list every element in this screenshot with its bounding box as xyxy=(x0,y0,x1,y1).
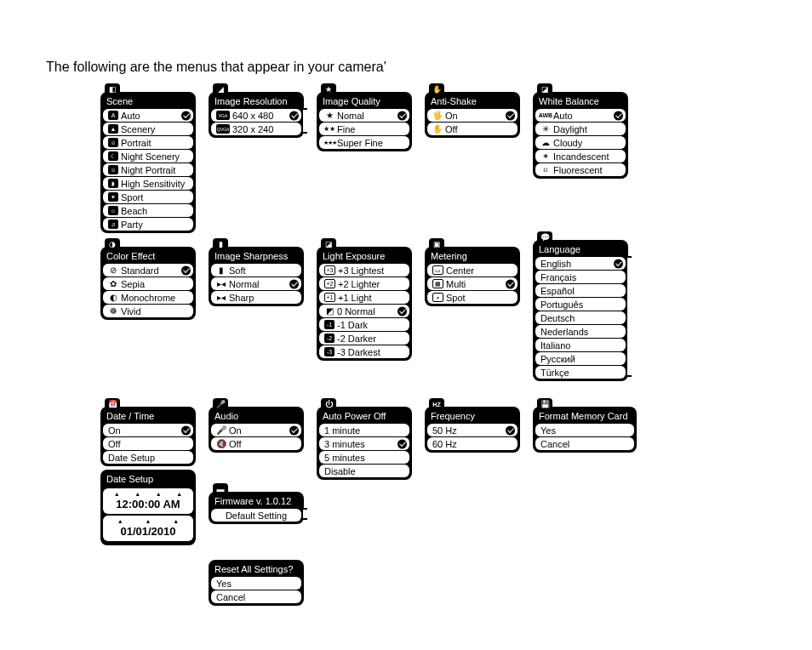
quality-panel: ★ Image Quality ★Nomal ★★Fine ★★★Super F… xyxy=(317,92,412,151)
scene-option[interactable]: ☼Beach xyxy=(103,204,193,217)
hand-off-icon: ✋ xyxy=(432,124,443,134)
language-option[interactable]: English xyxy=(535,257,626,270)
language-option[interactable]: Français xyxy=(535,271,626,283)
metering-panel: ▣ Metering ▭Center ▦Multi •Spot xyxy=(425,247,520,306)
sharpness-option[interactable]: ▮Soft xyxy=(211,264,301,277)
scene-option[interactable]: AAuto xyxy=(103,109,193,122)
scrollbar[interactable] xyxy=(303,107,307,134)
star2-icon: ★★ xyxy=(324,124,335,134)
antishake-panel: ✋ Anti-Shake 🖐On ✋Off xyxy=(425,92,520,138)
scene-option[interactable]: ▲Scenery xyxy=(103,123,193,135)
reset-option[interactable]: Cancel xyxy=(211,590,301,603)
exposure-option[interactable]: +3+3 Lightest xyxy=(319,264,409,277)
effect-option[interactable]: ❁Vivid xyxy=(103,305,193,317)
wb-option[interactable]: ☁Cloudy xyxy=(535,136,626,149)
scrollbar[interactable] xyxy=(303,507,307,521)
resolution-option[interactable]: VGA640 x 480 xyxy=(211,109,301,122)
effect-option[interactable]: ⊘Standard xyxy=(103,264,193,277)
format-option[interactable]: Yes xyxy=(535,424,634,436)
language-option[interactable]: Türkçe xyxy=(535,366,626,379)
date-value[interactable]: ▲▲▲ 01/01/2010 xyxy=(103,516,193,541)
sharpness-option[interactable]: ▸◂Normal xyxy=(211,277,301,290)
antishake-option[interactable]: 🖐On xyxy=(427,109,518,122)
language-option[interactable]: Italiano xyxy=(535,339,626,351)
exposure-option[interactable]: +1+1 Light xyxy=(319,291,409,304)
wb-option[interactable]: AWBAuto xyxy=(535,109,626,122)
ev-minus3-icon: -3 xyxy=(324,347,335,356)
sepia-icon: ✿ xyxy=(108,279,118,289)
reset-panel: Reset All Settings? Yes Cancel xyxy=(209,560,304,606)
effect-option[interactable]: ✿Sepia xyxy=(103,277,193,290)
exposure-option[interactable]: -2-2 Darker xyxy=(319,332,409,345)
scene-option[interactable]: ◗High Sensitivity xyxy=(103,177,193,190)
format-title: Format Memory Card xyxy=(535,409,634,424)
audio-tab-icon: 🎤 xyxy=(213,398,228,410)
scrollbar[interactable] xyxy=(627,255,632,378)
sharpness-title: Image Sharpness xyxy=(211,249,301,264)
language-option[interactable]: Español xyxy=(535,284,626,297)
check-icon xyxy=(614,259,623,268)
auto-icon: A xyxy=(108,111,118,120)
datetime-option[interactable]: Off xyxy=(103,437,193,450)
exposure-option[interactable]: -1-1 Dark xyxy=(319,318,409,331)
audio-panel: 🎤 Audio 🎤On 🔇Off xyxy=(209,407,304,453)
language-option[interactable]: Português xyxy=(535,298,626,311)
antishake-option[interactable]: ✋Off xyxy=(427,123,518,135)
up-arrows: ▲▲▲▲ xyxy=(106,492,190,496)
metering-option[interactable]: •Spot xyxy=(427,291,518,304)
scene-option[interactable]: ☺Night Portrait xyxy=(103,163,193,176)
check-icon xyxy=(397,306,407,316)
soft-icon: ▮ xyxy=(216,265,226,276)
autopower-option[interactable]: 1 minute xyxy=(319,424,409,436)
quality-tab-icon: ★ xyxy=(321,83,336,95)
metering-option[interactable]: ▦Multi xyxy=(427,277,518,290)
datetime-option[interactable]: On xyxy=(103,424,193,436)
scene-option[interactable]: ☾Night Scenery xyxy=(103,150,193,162)
check-icon xyxy=(397,111,407,120)
scene-option[interactable]: ✦Sport xyxy=(103,191,193,203)
check-icon xyxy=(614,111,623,120)
wb-option[interactable]: ✳Daylight xyxy=(535,123,626,135)
reset-option[interactable]: Yes xyxy=(211,577,301,590)
audio-option[interactable]: 🎤On xyxy=(211,424,301,436)
autopower-option[interactable]: 3 minutes xyxy=(319,437,409,450)
resolution-option[interactable]: QVGA320 x 240 xyxy=(211,123,301,135)
quality-option[interactable]: ★★Fine xyxy=(319,123,409,135)
exposure-option[interactable]: +2+2 Lighter xyxy=(319,277,409,290)
exposure-tab-icon: ◪ xyxy=(321,238,336,250)
language-option[interactable]: Nederlands xyxy=(535,325,626,338)
mono-icon: ◐ xyxy=(108,293,118,303)
power-tab-icon: ⏻ xyxy=(321,398,336,410)
autopower-option[interactable]: 5 minutes xyxy=(319,451,409,464)
frequency-option[interactable]: 50 Hz xyxy=(427,424,518,436)
quality-option[interactable]: ★Nomal xyxy=(319,109,409,122)
datetime-option[interactable]: Date Setup xyxy=(103,451,193,464)
firmware-option[interactable]: Default Setting xyxy=(211,509,301,522)
autopower-title: Auto Power Off xyxy=(319,409,409,424)
time-value[interactable]: ▲▲▲▲ 12:00:00 AM xyxy=(103,488,193,514)
scene-option[interactable]: ☺Portrait xyxy=(103,136,193,149)
wb-option[interactable]: ⌗Fluorescent xyxy=(535,163,626,176)
autopower-option[interactable]: Disable xyxy=(319,465,409,477)
metering-option[interactable]: ▭Center xyxy=(427,264,518,277)
exposure-option[interactable]: -3-3 Darkest xyxy=(319,345,409,358)
scene-option[interactable]: ♬Party xyxy=(103,218,193,231)
language-option[interactable]: Deutsch xyxy=(535,311,626,324)
format-option[interactable]: Cancel xyxy=(535,437,634,450)
frequency-title: Frequency xyxy=(427,409,518,424)
check-icon xyxy=(506,111,515,120)
quality-option[interactable]: ★★★Super Fine xyxy=(319,136,409,149)
firmware-tab-icon: ▬ xyxy=(213,483,228,495)
effect-option[interactable]: ◐Monochrome xyxy=(103,291,193,304)
multi-icon: ▦ xyxy=(432,279,443,288)
exposure-option[interactable]: ◩0 Normal xyxy=(319,305,409,317)
language-option[interactable]: Русский xyxy=(535,352,626,365)
ev-plus3-icon: +3 xyxy=(324,265,335,275)
audio-option[interactable]: 🔇Off xyxy=(211,437,301,450)
night-portrait-icon: ☺ xyxy=(108,165,118,174)
fluorescent-icon: ⌗ xyxy=(540,165,551,175)
sharpness-option[interactable]: ▸◂Sharp xyxy=(211,291,301,304)
mic-on-icon: 🎤 xyxy=(216,425,226,436)
wb-option[interactable]: ✴Incandescent xyxy=(535,150,626,162)
frequency-option[interactable]: 60 Hz xyxy=(427,437,518,450)
